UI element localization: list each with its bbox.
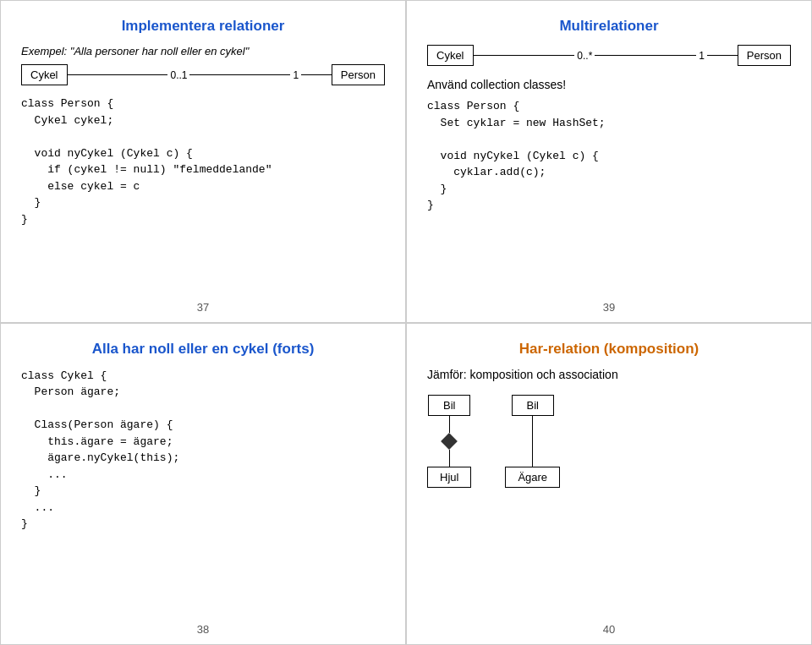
uml2-bar2 [595, 55, 696, 56]
slide-2-code: class Person { Set cyklar = new HashSet;… [427, 98, 791, 214]
uml2-cykel-box: Cykel [427, 45, 474, 66]
composition-left: Bil Hjul [427, 395, 471, 488]
slide-1: Implementera relationer Exempel: "Alla p… [0, 0, 406, 323]
uml-cykel-box: Cykel [21, 64, 68, 85]
slide-1-title: Implementera relationer [21, 18, 385, 35]
uml2-left-label: 0..* [574, 50, 595, 62]
uml-left-label: 0..1 [167, 69, 189, 81]
uml-right-label: 1 [290, 69, 301, 81]
uml2-right-label: 1 [696, 50, 707, 62]
composition-right: Bil Ägare [505, 395, 560, 488]
diamond-container [441, 433, 458, 450]
uml2-line: 0..* 1 [474, 50, 738, 62]
slide-2-intro: Använd collection classes! [427, 78, 791, 91]
assoc-agare-box: Ägare [505, 467, 560, 488]
slide-1-number: 37 [197, 301, 209, 314]
uml2-bar3 [707, 55, 738, 56]
slide-1-uml: Cykel 0..1 1 Person [21, 64, 385, 85]
slide-3-code: class Cykel { Person ägare; Class(Person… [21, 368, 385, 533]
slide-2-number: 39 [603, 301, 615, 314]
comp-bil-box: Bil [428, 395, 470, 416]
comp-left-line [441, 416, 458, 467]
slide-2-uml: Cykel 0..* 1 Person [427, 45, 791, 66]
composition-diagrams: Bil Hjul Bil Ägare [427, 395, 791, 488]
slide-4-title: Har-relation (komposition) [427, 341, 791, 358]
uml-line-bar2 [189, 74, 290, 75]
assoc-bil-box: Bil [512, 395, 554, 416]
uml-line-1: 0..1 1 [68, 69, 332, 81]
comp-vert-line-2 [449, 450, 450, 467]
uml2-bar1 [474, 55, 575, 56]
slide-2-title: Multirelationer [427, 18, 791, 35]
comp-hjul-box: Hjul [427, 467, 471, 488]
slide-1-subtitle: Exempel: "Alla personer har noll eller e… [21, 45, 385, 57]
assoc-line [532, 416, 533, 467]
slide-3-number: 38 [197, 623, 209, 636]
assoc-vert-line [532, 416, 533, 467]
uml-line-bar [68, 74, 168, 75]
slide-3: Alla har noll eller en cykel (forts) cla… [0, 323, 406, 646]
uml2-person-box: Person [738, 45, 791, 66]
slide-3-title: Alla har noll eller en cykel (forts) [21, 341, 385, 358]
filled-diamond-icon [441, 433, 458, 450]
slide-4: Har-relation (komposition) Jämför: kompo… [406, 323, 812, 646]
slide-4-number: 40 [603, 623, 615, 636]
comp-vert-line-1 [449, 416, 450, 433]
uml-line-bar3 [301, 74, 332, 75]
uml-person-box: Person [332, 64, 385, 85]
page-grid: Implementera relationer Exempel: "Alla p… [0, 0, 812, 645]
slide-1-code: class Person { Cykel cykel; void nyCykel… [21, 96, 385, 227]
slide-2: Multirelationer Cykel 0..* 1 Person Anvä… [406, 0, 812, 323]
slide-4-subtitle: Jämför: komposition och association [427, 368, 791, 381]
